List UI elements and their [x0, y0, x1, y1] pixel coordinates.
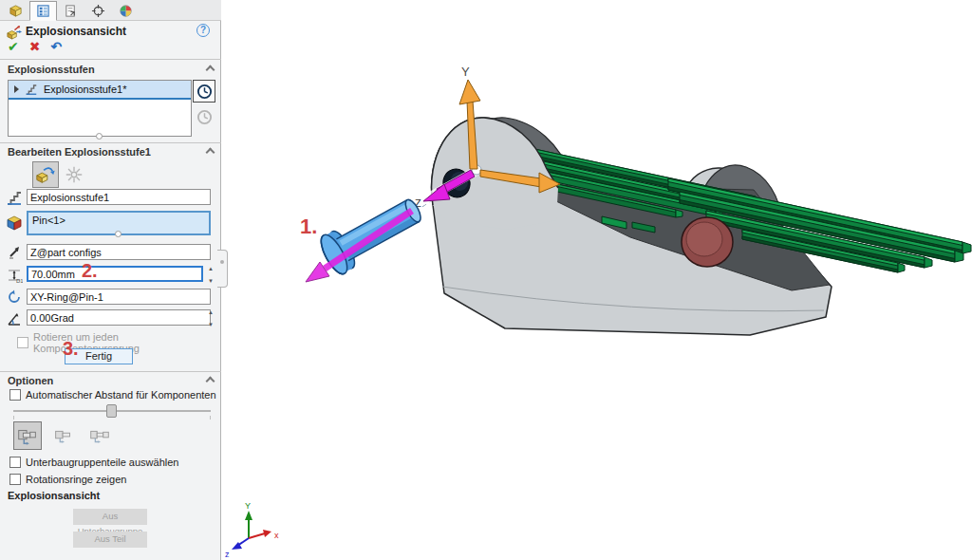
section-optionen[interactable]: Optionen	[8, 375, 214, 389]
collapse-chevron-icon[interactable]	[206, 65, 215, 75]
spacing-slider-thumb[interactable]	[106, 404, 117, 418]
divider	[0, 371, 221, 372]
corner-triad-y-label: Y	[245, 501, 251, 511]
checkbox-label: Automatischer Abstand für Komponenten	[26, 389, 216, 401]
checkbox-icon[interactable]	[9, 457, 21, 468]
section-explosionsstufen[interactable]: Explosionsstufen	[8, 64, 214, 78]
checkbox-icon[interactable]	[9, 389, 21, 401]
checkbox-icon[interactable]	[9, 474, 21, 485]
rotation-axis-field[interactable]	[27, 289, 211, 305]
corner-triad-x-label: x	[274, 531, 279, 540]
corner-triad-z-label: z	[225, 550, 230, 559]
section-label: Explosionsstufen	[8, 64, 95, 75]
tab-dimxpertmanager[interactable]	[84, 1, 112, 21]
translate-part-icon	[35, 164, 56, 185]
pattern-icon-3	[87, 423, 112, 448]
annotation-step-3: 3.	[63, 338, 79, 360]
component-icon	[6, 215, 23, 232]
configuration-icon	[64, 4, 78, 18]
annotation-step-2: 2.	[82, 260, 98, 282]
annotation-step-1: 1.	[300, 215, 317, 238]
explode-distance-icon: D1	[6, 267, 23, 284]
svg-text:D1: D1	[16, 278, 23, 284]
spacing-pattern-button-1[interactable]	[13, 421, 42, 450]
axis-y-label: Y	[461, 65, 470, 79]
panel-title: Explosionsansicht	[26, 25, 126, 38]
distance-spinner[interactable]: ▲ ▼	[206, 266, 215, 284]
explode-direction-icon	[6, 244, 23, 261]
explosion-steps-list[interactable]: Explosionsstufe1*	[8, 80, 192, 137]
corner-triad: Y x z	[225, 501, 279, 559]
radial-arrows-icon	[64, 164, 84, 185]
checkbox-label: Rotationsringe zeigen	[26, 474, 126, 485]
spacing-pattern-button-3[interactable]	[85, 421, 114, 450]
panel-title-row: Explosionsansicht ?	[0, 22, 221, 40]
section-bearbeiten[interactable]: Bearbeiten Explosionsstufe1	[8, 146, 214, 160]
slider-tick	[210, 416, 211, 420]
tab-displaymanager[interactable]	[112, 1, 140, 21]
spin-down-icon[interactable]: ▼	[206, 322, 215, 327]
listbox-resize-handle[interactable]	[96, 133, 103, 140]
part-cube-icon	[9, 4, 23, 18]
appearance-sphere-icon	[119, 4, 133, 18]
graphics-viewport[interactable]: Y Z 1. Y x	[222, 0, 972, 560]
pattern-icon-2	[51, 423, 76, 448]
tab-featuremanager[interactable]	[2, 1, 29, 21]
divider	[0, 142, 221, 143]
rotation-angle-field[interactable]	[27, 309, 211, 326]
explode-direction-field[interactable]	[27, 244, 211, 260]
translate-mode-button[interactable]	[32, 161, 59, 188]
panel-tab-bar	[0, 0, 221, 21]
spin-up-icon[interactable]: ▲	[206, 266, 215, 271]
rotation-axis-icon	[6, 289, 23, 306]
exploded-view-icon	[6, 24, 22, 40]
pattern-icon-1	[15, 423, 40, 448]
explode-step-icon	[25, 83, 38, 96]
selected-component: Pin<1>	[32, 215, 65, 226]
expand-arrow-icon[interactable]	[14, 85, 19, 93]
crosshair-icon	[91, 4, 105, 18]
panel-actions: ✔ ✖ ↶	[8, 39, 62, 56]
select-subassembly-checkbox[interactable]: Unterbaugruppenteile auswählen	[9, 457, 178, 468]
solidworks-window: Explosionsansicht ? ✔ ✖ ↶ Explosionsstuf…	[0, 0, 972, 560]
selection-resize-handle[interactable]	[115, 231, 122, 237]
list-item-explosionsstufe1[interactable]: Explosionsstufe1*	[9, 81, 191, 100]
step-name-icon	[6, 190, 23, 207]
rotation-angle-icon	[6, 310, 23, 327]
spin-up-icon[interactable]: ▲	[206, 309, 215, 315]
spacing-pattern-button-2[interactable]	[49, 421, 78, 450]
clock-disabled-icon	[196, 109, 213, 125]
section-label: Bearbeiten Explosionsstufe1	[8, 146, 151, 158]
help-icon[interactable]: ?	[196, 24, 210, 37]
step-item-label: Explosionsstufe1*	[44, 84, 126, 95]
explosionsansicht-label: Explosionsansicht	[8, 490, 100, 501]
radial-explode-button-disabled	[61, 161, 87, 188]
confirm-icon[interactable]: ✔	[8, 39, 19, 56]
reuse-step-button-disabled	[193, 105, 215, 128]
clock-icon	[196, 84, 213, 100]
spin-down-icon[interactable]: ▼	[206, 278, 215, 284]
slider-tick	[13, 416, 14, 420]
reuse-step-button[interactable]	[193, 80, 215, 103]
property-list-icon	[36, 4, 50, 18]
section-label: Optionen	[8, 375, 53, 386]
collapse-chevron-icon[interactable]	[206, 377, 215, 386]
auto-spacing-checkbox[interactable]: Automatischer Abstand für Komponenten	[9, 389, 216, 401]
step-name-field[interactable]	[27, 189, 211, 205]
property-manager-panel: Explosionsansicht ? ✔ ✖ ↶ Explosionsstuf…	[0, 0, 221, 560]
collapse-chevron-icon[interactable]	[206, 148, 215, 158]
aus-teil-button: Aus Teil	[73, 532, 147, 548]
checkbox-icon	[17, 337, 28, 348]
cancel-icon[interactable]: ✖	[29, 39, 41, 56]
aus-unterbaugruppe-button: Aus Unterbaugruppe	[73, 509, 147, 525]
components-selection-box[interactable]: Pin<1>	[27, 211, 211, 235]
knob-face	[686, 222, 722, 256]
angle-spinner[interactable]: ▲ ▼	[206, 309, 215, 327]
divider	[0, 59, 221, 60]
tab-configurationmanager[interactable]	[57, 1, 84, 21]
undo-icon[interactable]: ↶	[50, 39, 62, 56]
show-rings-checkbox[interactable]: Rotationsringe zeigen	[9, 474, 126, 485]
tab-propertymanager[interactable]	[29, 1, 57, 21]
checkbox-label: Unterbaugruppenteile auswählen	[26, 457, 178, 468]
explode-distance-field[interactable]	[27, 266, 203, 282]
